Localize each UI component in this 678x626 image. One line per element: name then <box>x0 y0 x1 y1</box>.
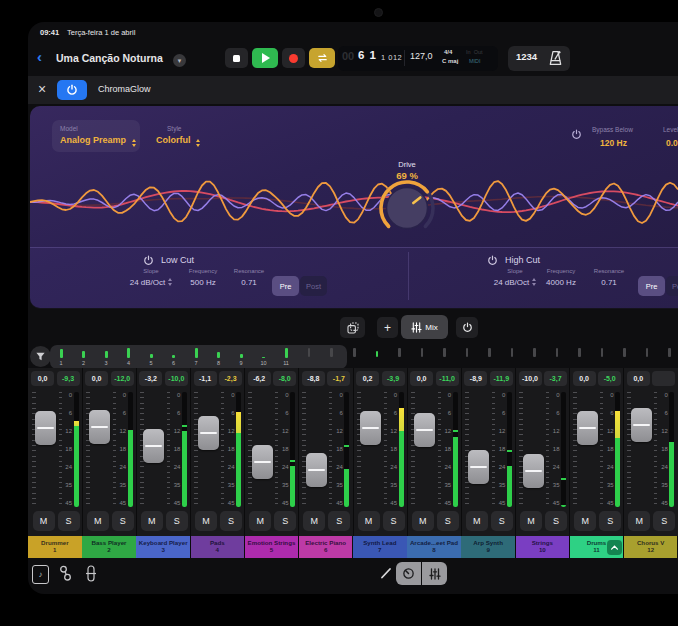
db-scale-label: 18 <box>332 446 343 453</box>
mute-button[interactable]: M <box>33 511 55 531</box>
track-name-tab[interactable]: Strings10 <box>516 536 570 558</box>
mute-button[interactable]: M <box>87 511 109 531</box>
fader-handle[interactable] <box>414 413 435 447</box>
solo-button[interactable]: S <box>220 511 242 531</box>
fader-handle[interactable] <box>577 411 598 445</box>
solo-button[interactable]: S <box>112 511 134 531</box>
track-name-tab[interactable]: Drummer1 <box>28 536 82 558</box>
mute-button[interactable]: M <box>520 511 542 531</box>
solo-button[interactable]: S <box>383 511 405 531</box>
volume-readout[interactable]: 0,0 <box>627 371 650 386</box>
fader-handle[interactable] <box>89 410 110 444</box>
solo-button[interactable]: S <box>166 511 188 531</box>
volume-readout[interactable]: 0,0 <box>85 371 108 386</box>
fader-handle[interactable] <box>631 408 652 442</box>
level-readout[interactable]: -1,7 <box>327 371 350 386</box>
db-scale-label: 0 <box>169 392 180 399</box>
solo-button[interactable]: S <box>491 511 513 531</box>
solo-button[interactable]: S <box>328 511 350 531</box>
db-scale-label: 45 <box>278 500 289 507</box>
track-name-tab[interactable]: Electric Piano6 <box>299 536 353 558</box>
db-scale-label: 12 <box>224 428 235 435</box>
fader-handle[interactable] <box>143 429 164 463</box>
track-name: Keyboard Player <box>136 539 190 546</box>
fader-handle[interactable] <box>198 416 219 450</box>
solo-button[interactable]: S <box>437 511 459 531</box>
level-readout[interactable]: -3,9 <box>382 371 405 386</box>
volume-readout[interactable]: 0,0 <box>573 371 596 386</box>
level-readout[interactable]: -10,0 <box>165 371 188 386</box>
solo-button[interactable]: S <box>545 511 567 531</box>
volume-readout[interactable]: -8,9 <box>464 371 487 386</box>
fader-view-button[interactable] <box>85 565 97 582</box>
mute-button[interactable]: M <box>303 511 325 531</box>
db-scale-label: 6 <box>603 410 614 417</box>
meter-fill-yellow <box>236 412 241 433</box>
volume-readout[interactable]: 0,0 <box>410 371 433 386</box>
mute-button[interactable]: M <box>628 511 650 531</box>
track-number: 2 <box>82 546 136 553</box>
fader-handle[interactable] <box>252 445 273 479</box>
fader-handle[interactable] <box>306 453 327 487</box>
track-name-tab[interactable]: Drums11 <box>570 536 624 558</box>
db-scale-label: 45 <box>440 500 451 507</box>
pencil-tool-button[interactable] <box>379 566 393 580</box>
solo-button[interactable]: S <box>58 511 80 531</box>
knob-icon <box>402 567 415 580</box>
collapse-chevron-button[interactable] <box>607 540 622 555</box>
track-name-tab[interactable]: Chorus V12 <box>624 536 678 558</box>
track-name-tab[interactable]: Arp Synth9 <box>461 536 515 558</box>
track-name-tab[interactable]: Bass Player2 <box>82 536 136 558</box>
volume-readout[interactable]: -1,1 <box>194 371 217 386</box>
track-name-tab[interactable]: Pads4 <box>191 536 245 558</box>
plugins-chain-button[interactable] <box>59 565 72 582</box>
db-scale-label: 18 <box>278 446 289 453</box>
volume-readout[interactable]: -10,0 <box>519 371 542 386</box>
mute-button[interactable]: M <box>141 511 163 531</box>
db-scale-label: 0 <box>494 392 505 399</box>
db-scale-label: 12 <box>332 428 343 435</box>
strip-divider <box>353 368 354 558</box>
solo-button[interactable]: S <box>653 511 675 531</box>
track-name-tab[interactable]: Arcade...eet Pad8 <box>407 536 461 558</box>
strip-divider <box>136 368 137 558</box>
volume-readout[interactable]: -8,8 <box>302 371 325 386</box>
fader-handle[interactable] <box>360 411 381 445</box>
solo-button[interactable]: S <box>599 511 621 531</box>
solo-button[interactable]: S <box>274 511 296 531</box>
level-readout[interactable]: -3,7 <box>544 371 567 386</box>
track-name-tab[interactable]: Keyboard Player3 <box>136 536 190 558</box>
level-readout[interactable]: -11,0 <box>436 371 459 386</box>
controls-view-button[interactable] <box>396 562 421 585</box>
track-number: 5 <box>245 546 299 553</box>
strip-divider <box>623 368 624 558</box>
level-readout[interactable]: -8,0 <box>273 371 296 386</box>
track-name-tab[interactable]: Synth Lead7 <box>353 536 407 558</box>
meter-fill-yellow <box>74 421 79 426</box>
level-readout[interactable]: -9,3 <box>57 371 80 386</box>
fader-handle[interactable] <box>35 411 56 445</box>
level-readout[interactable]: -12,0 <box>111 371 134 386</box>
level-readout[interactable] <box>652 371 675 386</box>
db-scale-label: 18 <box>61 446 72 453</box>
mute-button[interactable]: M <box>249 511 271 531</box>
db-scale-label: 6 <box>278 410 289 417</box>
fader-handle[interactable] <box>468 450 489 484</box>
mixer-view-button[interactable] <box>422 562 447 585</box>
volume-readout[interactable]: 0,0 <box>31 371 54 386</box>
mute-button[interactable]: M <box>466 511 488 531</box>
fader-ruler <box>357 392 361 508</box>
level-readout[interactable]: -11,9 <box>490 371 513 386</box>
mute-button[interactable]: M <box>358 511 380 531</box>
level-readout[interactable]: -5,0 <box>598 371 621 386</box>
loop-browser-button[interactable]: ♪ <box>32 565 49 584</box>
fader-handle[interactable] <box>523 454 544 488</box>
volume-readout[interactable]: 0,2 <box>356 371 379 386</box>
volume-readout[interactable]: -6,2 <box>248 371 271 386</box>
volume-readout[interactable]: -3,2 <box>139 371 162 386</box>
mute-button[interactable]: M <box>574 511 596 531</box>
mute-button[interactable]: M <box>412 511 434 531</box>
level-readout[interactable]: -2,3 <box>219 371 242 386</box>
track-name-tab[interactable]: Emotion Strings5 <box>245 536 299 558</box>
mute-button[interactable]: M <box>195 511 217 531</box>
